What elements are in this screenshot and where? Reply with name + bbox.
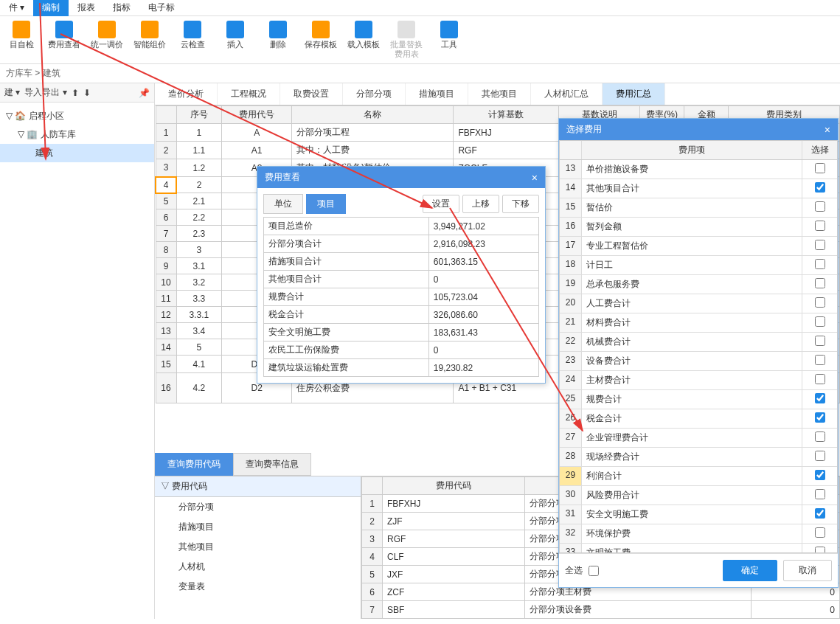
fee-row[interactable]: 24主材费合计	[560, 371, 837, 390]
fee-view-row[interactable]: 其他项目合计0	[264, 271, 539, 288]
fee-checkbox[interactable]	[815, 374, 825, 384]
fee-checkbox[interactable]	[815, 297, 825, 308]
tool-8[interactable]: 载入模板	[345, 21, 382, 59]
fee-row[interactable]: 17专业工程暂估价	[560, 237, 837, 256]
fee-row[interactable]: 27企业管理费合计	[560, 429, 837, 448]
fee-view-row[interactable]: 规费合计105,723.04	[264, 288, 539, 306]
close-icon[interactable]: ×	[825, 124, 830, 136]
new-button[interactable]: 建 ▾	[4, 86, 20, 99]
cancel-button[interactable]: 取消	[783, 560, 832, 581]
fee-row[interactable]: 28现场经费合计	[560, 448, 837, 467]
fee-checkbox[interactable]	[815, 182, 825, 193]
fee-view-row[interactable]: 农民工工伤保险费0	[264, 342, 539, 359]
menu-0[interactable]: 件 ▾	[0, 0, 33, 16]
code-tree-item[interactable]: 变量表	[155, 577, 361, 597]
fee-checkbox[interactable]	[815, 336, 825, 346]
fee-view-row[interactable]: 项目总造价3,949,271.02	[264, 218, 539, 235]
tool-10[interactable]: 工具	[431, 21, 468, 59]
bottom-tab[interactable]: 查询费率信息	[233, 453, 311, 476]
fee-row[interactable]: 23设备费合计	[560, 352, 837, 371]
settings-button[interactable]: 设置	[423, 195, 459, 213]
fee-checkbox[interactable]	[815, 451, 825, 461]
fee-checkbox[interactable]	[815, 527, 825, 538]
fee-checkbox[interactable]	[815, 221, 825, 231]
fee-view-row[interactable]: 分部分项合计2,916,098.23	[264, 235, 539, 253]
tool-6[interactable]: 删除	[260, 21, 296, 59]
tool-4[interactable]: 云检查	[174, 21, 211, 59]
fee-checkbox[interactable]	[815, 163, 825, 173]
fee-row[interactable]: 13单价措施设备费	[560, 160, 837, 179]
tab-3[interactable]: 分部分项	[343, 83, 406, 105]
fee-row[interactable]: 26税金合计	[560, 409, 837, 429]
fee-row[interactable]: 30风险费用合计	[560, 486, 837, 505]
fee-checkbox[interactable]	[815, 316, 825, 327]
pin-icon[interactable]: 📌	[139, 88, 150, 98]
fee-row[interactable]: 22机械费合计	[560, 333, 837, 352]
seg-project[interactable]: 项目	[306, 194, 346, 214]
fee-checkbox[interactable]	[815, 508, 825, 519]
seg-unit[interactable]: 单位	[263, 194, 303, 214]
fee-checkbox[interactable]	[815, 547, 825, 553]
fee-view-row[interactable]: 安全文明施工费183,631.43	[264, 324, 539, 342]
code-tree-item[interactable]: 其他项目	[155, 537, 361, 557]
fee-row[interactable]: 14其他项目合计	[560, 179, 837, 198]
import-export-button[interactable]: 导入导出 ▾	[24, 86, 66, 99]
fee-checkbox[interactable]	[815, 355, 825, 365]
tab-5[interactable]: 其他项目	[468, 83, 531, 105]
fee-checkbox[interactable]	[815, 489, 825, 499]
menu-3[interactable]: 指标	[104, 0, 139, 16]
fee-checkbox[interactable]	[815, 278, 825, 288]
tab-6[interactable]: 人材机汇总	[531, 83, 603, 105]
move-down-button[interactable]: 下移	[502, 195, 539, 213]
fee-checkbox[interactable]	[815, 470, 825, 480]
fee-row[interactable]: 19总承包服务费	[560, 275, 837, 294]
tab-4[interactable]: 措施项目	[406, 83, 468, 105]
menu-4[interactable]: 电子标	[139, 0, 184, 16]
fee-view-row[interactable]: 措施项目合计601,363.15	[264, 253, 539, 271]
tool-3[interactable]: 智能组价	[131, 21, 168, 59]
code-tree-item[interactable]: 措施项目	[155, 517, 361, 537]
col-header[interactable]: 序号	[176, 106, 222, 124]
tool-7[interactable]: 保存模板	[302, 21, 339, 59]
tab-2[interactable]: 取费设置	[280, 83, 343, 105]
code-tree-item[interactable]: 分部分项	[155, 497, 361, 517]
tab-0[interactable]: 造价分析	[155, 83, 218, 105]
ok-button[interactable]: 确定	[723, 560, 777, 581]
col-header[interactable]: 名称	[292, 106, 454, 124]
fee-row[interactable]: 16暂列金额	[560, 218, 837, 237]
fee-row[interactable]: 32环境保护费	[560, 524, 837, 544]
fee-checkbox[interactable]	[815, 259, 825, 269]
tree-item[interactable]: 建筑	[0, 144, 154, 162]
fee-row[interactable]: 33文明施工费	[560, 544, 837, 553]
tree-item[interactable]: ▽ 🏢 人防车库	[0, 125, 154, 144]
tool-2[interactable]: 统一调价	[88, 21, 125, 59]
fee-row[interactable]: 18计日工	[560, 256, 837, 275]
fee-checkbox[interactable]	[815, 240, 825, 250]
close-icon[interactable]: ×	[532, 172, 538, 184]
table-row[interactable]: 7SBF分部分项设备费0	[362, 601, 840, 619]
tool-5[interactable]: 插入	[217, 21, 254, 59]
bottom-tab[interactable]: 查询费用代码	[155, 453, 233, 476]
tool-1[interactable]: 费用查看	[46, 21, 83, 59]
tree-item[interactable]: ▽ 🏠 启程小区	[0, 107, 154, 125]
tab-7[interactable]: 费用汇总	[603, 83, 665, 105]
fee-view-row[interactable]: 建筑垃圾运输处置费19,230.82	[264, 359, 539, 377]
fee-row[interactable]: 25规费合计	[560, 390, 837, 409]
code-tree-item[interactable]: 人材机	[155, 557, 361, 577]
fee-row[interactable]: 31安全文明施工费	[560, 505, 837, 524]
fee-checkbox[interactable]	[815, 412, 825, 423]
select-all-checkbox[interactable]	[589, 566, 599, 576]
fee-row[interactable]: 29利润合计	[560, 467, 837, 486]
col-header[interactable]: 费用代号	[222, 106, 292, 124]
fee-checkbox[interactable]	[815, 201, 825, 212]
tool-0[interactable]: 目自检	[3, 21, 40, 59]
fee-row[interactable]: 21材料费合计	[560, 313, 837, 333]
col-header[interactable]: 计算基数	[454, 106, 559, 124]
tab-1[interactable]: 工程概况	[218, 83, 280, 105]
move-up-button[interactable]: 上移	[462, 195, 499, 213]
fee-view-row[interactable]: 税金合计326,086.60	[264, 306, 539, 324]
fee-row[interactable]: 20人工费合计	[560, 294, 837, 313]
fee-checkbox[interactable]	[815, 393, 825, 403]
menu-1[interactable]: 编制	[33, 0, 69, 16]
fee-checkbox[interactable]	[815, 431, 825, 442]
